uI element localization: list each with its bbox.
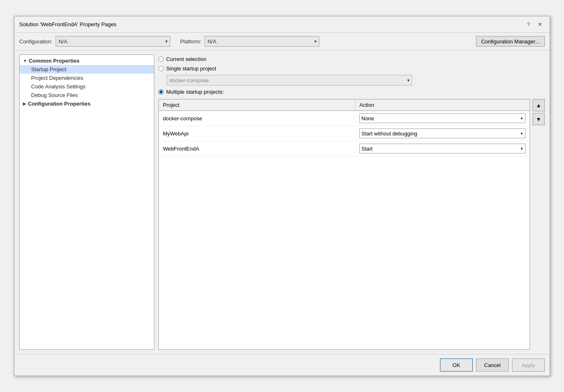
platform-dropdown-wrapper: N/A: [205, 36, 319, 47]
single-startup-dropdown-container: docker-compose: [167, 75, 412, 86]
expand-icon-config: ▶: [23, 101, 26, 106]
config-dropdown[interactable]: N/A: [56, 36, 170, 47]
debug-source-files-label: Debug Source Files: [31, 92, 78, 98]
multiple-startup-row: Multiple startup projects:: [158, 89, 545, 95]
ok-button[interactable]: OK: [440, 358, 473, 372]
single-startup-dropdown[interactable]: docker-compose: [167, 75, 412, 86]
move-up-button[interactable]: ▲: [532, 99, 545, 111]
single-startup-radio[interactable]: [158, 66, 164, 71]
multiple-startup-radio[interactable]: [158, 89, 164, 95]
code-analysis-label: Code Analysis Settings: [31, 83, 86, 90]
action-cell-mywebapi: None Start Start without debugging: [355, 126, 530, 141]
tree-item-project-dependencies[interactable]: Project Dependencies: [20, 74, 154, 82]
multiple-startup-label[interactable]: Multiple startup projects:: [166, 89, 224, 95]
project-name-mywebapi: MyWebApi: [159, 128, 355, 139]
current-selection-row: Current selection: [158, 56, 545, 62]
config-dropdown-wrapper: N/A: [56, 36, 170, 47]
config-bar: Configuration: N/A Platform: N/A Configu…: [14, 33, 550, 50]
header-action: Action: [355, 99, 530, 110]
table-arrows: ▲ ▼: [532, 99, 545, 350]
platform-label: Platform:: [180, 38, 201, 45]
single-startup-row: Single startup project: [158, 65, 545, 72]
title-bar-buttons: ? ✕: [523, 20, 545, 29]
single-startup-dropdown-wrapper: docker-compose: [167, 75, 545, 86]
startup-project-label: Startup Project: [31, 66, 66, 72]
table-header: Project Action: [159, 99, 530, 111]
common-properties-label: Common Properties: [29, 58, 79, 64]
table-section: Project Action docker-compose None Start…: [158, 99, 545, 350]
action-select-docker-compose[interactable]: None Start Start without debugging: [359, 113, 526, 123]
current-selection-radio[interactable]: [158, 56, 164, 62]
action-select-mywebapi[interactable]: None Start Start without debugging: [359, 128, 526, 138]
project-table: Project Action docker-compose None Start…: [158, 99, 530, 350]
property-pages-dialog: Solution 'WebFrontEndA' Property Pages ?…: [14, 16, 550, 376]
tree-item-common-properties[interactable]: ▼ Common Properties: [20, 56, 154, 65]
help-button[interactable]: ?: [523, 20, 533, 29]
bottom-bar: OK Cancel Apply: [14, 354, 550, 376]
tree-item-code-analysis[interactable]: Code Analysis Settings: [20, 82, 154, 91]
cancel-button[interactable]: Cancel: [476, 358, 509, 372]
config-manager-button[interactable]: Configuration Manager...: [476, 36, 545, 47]
tree-item-configuration-properties[interactable]: ▶ Configuration Properties: [20, 99, 154, 108]
tree-item-debug-source-files[interactable]: Debug Source Files: [20, 91, 154, 99]
table-row: MyWebApi None Start Start without debugg…: [159, 126, 530, 141]
title-bar: Solution 'WebFrontEndA' Property Pages ?…: [14, 16, 550, 33]
config-label: Configuration:: [19, 38, 52, 45]
radio-section: Current selection Single startup project…: [158, 54, 545, 95]
dialog-title: Solution 'WebFrontEndA' Property Pages: [19, 21, 116, 27]
project-name-docker-compose: docker-compose: [159, 113, 355, 124]
project-dependencies-label: Project Dependencies: [31, 75, 83, 81]
action-select-wrapper-webfrontenda: None Start Start without debugging: [359, 144, 526, 153]
table-row: docker-compose None Start Start without …: [159, 111, 530, 126]
action-cell-webfrontenda: None Start Start without debugging: [355, 141, 530, 156]
action-select-wrapper-mywebapi: None Start Start without debugging: [359, 128, 526, 138]
single-startup-label[interactable]: Single startup project: [166, 65, 216, 72]
configuration-properties-label: Configuration Properties: [28, 101, 90, 107]
action-select-webfrontenda[interactable]: None Start Start without debugging: [359, 144, 526, 153]
table-row: WebFrontEndA None Start Start without de…: [159, 141, 530, 156]
current-selection-label[interactable]: Current selection: [166, 56, 206, 62]
tree-panel: ▼ Common Properties Startup Project Proj…: [19, 54, 154, 350]
move-down-button[interactable]: ▼: [532, 113, 545, 125]
platform-dropdown[interactable]: N/A: [205, 36, 319, 47]
action-select-wrapper-docker: None Start Start without debugging: [359, 113, 526, 123]
tree-item-startup-project[interactable]: Startup Project: [20, 65, 154, 74]
project-name-webfrontenda: WebFrontEndA: [159, 143, 355, 154]
main-content: ▼ Common Properties Startup Project Proj…: [14, 50, 550, 354]
right-panel: Current selection Single startup project…: [158, 54, 545, 350]
apply-button[interactable]: Apply: [512, 358, 545, 372]
expand-icon: ▼: [23, 59, 27, 63]
action-cell-docker-compose: None Start Start without debugging: [355, 111, 530, 126]
close-button[interactable]: ✕: [535, 20, 545, 29]
header-project: Project: [159, 99, 355, 110]
